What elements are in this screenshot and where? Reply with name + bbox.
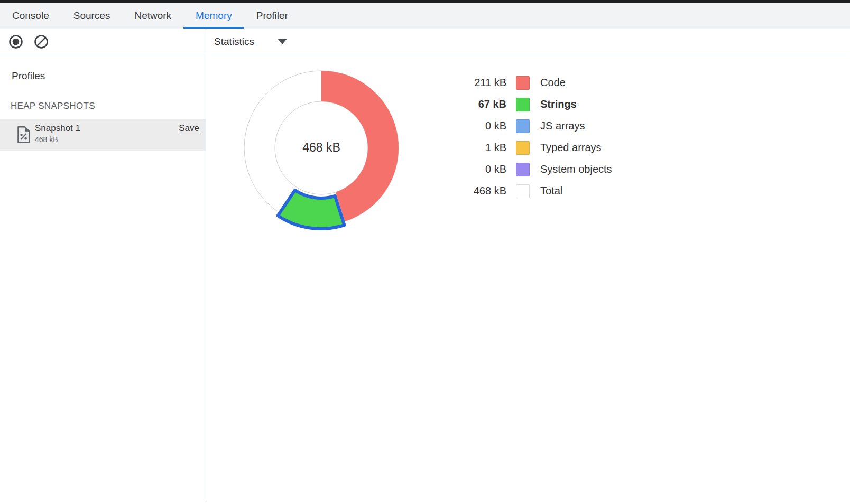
clear-icon — [34, 34, 49, 49]
legend-value: 468 kB — [454, 185, 506, 197]
legend-row-strings[interactable]: 67 kB Strings — [454, 94, 612, 115]
snapshot-title: Snapshot 1 — [35, 123, 80, 134]
tab-console[interactable]: Console — [0, 3, 61, 29]
heap-snapshots-section-title: HEAP SNAPSHOTS — [11, 101, 95, 111]
legend-value: 67 kB — [454, 98, 506, 110]
legend-value: 0 kB — [454, 163, 506, 175]
snapshot-size: 468 kB — [35, 135, 58, 144]
tab-network[interactable]: Network — [122, 3, 183, 29]
legend-value: 0 kB — [454, 120, 506, 132]
donut-slice-strings[interactable] — [278, 190, 345, 229]
tab-profiler[interactable]: Profiler — [244, 3, 300, 29]
legend-row-js-arrays[interactable]: 0 kB JS arrays — [454, 115, 612, 137]
legend-label: Strings — [540, 98, 577, 110]
record-heap-snapshot-button[interactable] — [8, 34, 23, 49]
tab-memory[interactable]: Memory — [183, 3, 244, 29]
total-color-swatch — [516, 184, 530, 198]
devtools-tab-bar: Console Sources Network Memory Profiler — [0, 3, 850, 29]
legend-label: JS arrays — [540, 120, 585, 132]
heap-statistics-donut-chart[interactable]: 468 kB — [234, 61, 409, 235]
chart-legend: 211 kB Code 67 kB Strings 0 kB JS arrays… — [454, 72, 612, 202]
js-arrays-color-swatch — [516, 119, 530, 133]
donut-center-total-label: 468 kB — [302, 141, 340, 154]
legend-value: 1 kB — [454, 142, 506, 154]
system-objects-color-swatch — [516, 163, 530, 176]
record-icon — [8, 34, 23, 49]
legend-row-typed-arrays[interactable]: 1 kB Typed arrays — [454, 137, 612, 158]
legend-value: 211 kB — [454, 77, 506, 89]
profiles-header: Profiles — [12, 70, 45, 82]
clear-profiles-button[interactable] — [34, 34, 49, 49]
panel-divider[interactable] — [206, 29, 206, 502]
view-selector-value: Statistics — [214, 36, 254, 48]
tab-sources[interactable]: Sources — [61, 3, 123, 29]
typed-arrays-color-swatch — [516, 141, 530, 155]
legend-row-system-objects[interactable]: 0 kB System objects — [454, 158, 612, 180]
legend-label: Total — [540, 185, 562, 197]
snapshot-list-item[interactable]: Snapshot 1 468 kB Save — [0, 119, 206, 151]
save-snapshot-link[interactable]: Save — [179, 123, 199, 134]
legend-row-code[interactable]: 211 kB Code — [454, 72, 612, 94]
strings-color-swatch — [516, 98, 530, 111]
memory-toolbar: Statistics — [0, 29, 850, 54]
heap-snapshot-file-icon — [16, 126, 32, 144]
legend-label: System objects — [540, 163, 612, 175]
legend-row-total[interactable]: 468 kB Total — [454, 180, 612, 202]
legend-label: Code — [540, 77, 566, 89]
chevron-down-icon — [278, 39, 287, 44]
view-selector-dropdown[interactable]: Statistics — [214, 29, 287, 54]
code-color-swatch — [516, 76, 530, 90]
legend-label: Typed arrays — [540, 142, 602, 154]
